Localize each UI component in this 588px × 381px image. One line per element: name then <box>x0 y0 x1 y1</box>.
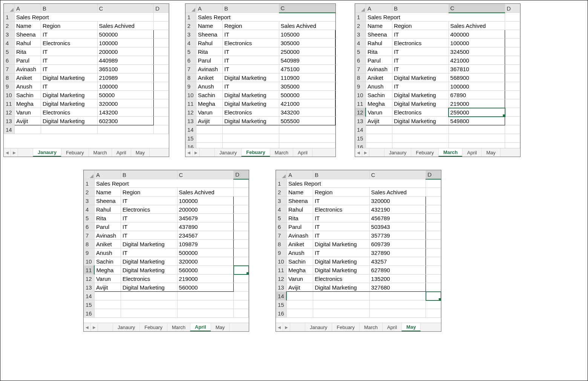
cell-A12[interactable]: Varun <box>94 274 121 283</box>
row-header-4[interactable]: 4 <box>355 39 366 47</box>
row-header-8[interactable]: 8 <box>4 73 15 82</box>
tab-nav-prev[interactable]: ◄ <box>84 323 91 331</box>
row-header-16[interactable]: 16 <box>186 143 196 148</box>
cell-C4[interactable]: 100000 <box>97 39 154 47</box>
cell-A4[interactable]: Rahul <box>196 39 222 47</box>
cell-A7[interactable]: Avinash <box>14 65 41 73</box>
cell-C12[interactable]: 135200 <box>369 274 426 283</box>
cell-D5[interactable] <box>426 214 441 223</box>
cell-C16[interactable] <box>279 143 335 148</box>
cell-C5[interactable]: 345679 <box>177 214 234 223</box>
row-header-10[interactable]: 10 <box>355 91 366 99</box>
cell-C10[interactable]: 67890 <box>449 91 505 99</box>
cell-B5[interactable]: IT <box>392 47 449 56</box>
cell-D6[interactable] <box>234 223 249 231</box>
row-header-16[interactable]: 16 <box>84 309 95 318</box>
cell-D10[interactable] <box>505 91 520 99</box>
cell-B13[interactable]: Digital Marketing <box>313 283 369 292</box>
cell-C9[interactable]: 305000 <box>279 82 335 91</box>
col-header-A[interactable]: A <box>366 4 392 13</box>
row-header-6[interactable]: 6 <box>84 223 95 231</box>
sheet-tab-febuary[interactable]: Febuary <box>241 148 270 157</box>
cell-B15[interactable] <box>222 134 279 143</box>
cell-B4[interactable]: Electronics <box>41 39 97 47</box>
cell-B7[interactable]: IT <box>313 231 369 240</box>
row-header-3[interactable]: 3 <box>4 30 15 39</box>
cell-A9[interactable]: Anush <box>94 248 121 257</box>
cell-D2[interactable] <box>234 188 249 197</box>
row-header-12[interactable]: 12 <box>186 108 196 117</box>
cell-D13[interactable] <box>154 117 169 125</box>
cell-B4[interactable]: Electronics <box>121 205 177 214</box>
cell-A6[interactable]: Parul <box>14 56 41 65</box>
row-header-11[interactable]: 11 <box>4 99 15 108</box>
cell-B10[interactable]: Digital Marketing <box>41 91 97 99</box>
sheet-tab-march[interactable]: March <box>89 148 112 157</box>
cell-A6[interactable]: Parul <box>196 56 222 65</box>
cell-D14[interactable] <box>154 125 169 134</box>
cell-A8[interactable]: Aniket <box>94 240 121 248</box>
row-header-15[interactable]: 15 <box>276 300 287 309</box>
row-header-6[interactable]: 6 <box>4 56 15 65</box>
cell-D9[interactable] <box>426 248 441 257</box>
row-header-8[interactable]: 8 <box>355 73 366 82</box>
cell-A3[interactable]: Sheena <box>286 197 313 205</box>
cell-D9[interactable] <box>234 248 249 257</box>
row-header-1[interactable]: 1 <box>186 13 196 21</box>
cell-A8[interactable]: Aniket <box>366 73 392 82</box>
cell-B10[interactable]: Digital Marketing <box>313 257 369 266</box>
cell-A11[interactable]: Megha <box>196 99 222 108</box>
cell-D13[interactable] <box>426 283 441 292</box>
cell-D11[interactable] <box>505 99 520 108</box>
cell-A13[interactable]: Avijit <box>94 283 121 292</box>
sheet-tab-janaury[interactable]: Janaury <box>384 148 411 157</box>
cell-C13[interactable]: 505500 <box>279 117 335 125</box>
sheet-tab-march[interactable]: March <box>270 148 293 157</box>
cell-C9[interactable]: 100000 <box>449 82 505 91</box>
row-header-15[interactable]: 15 <box>355 134 366 143</box>
cell-A3[interactable]: Sheena <box>366 30 392 39</box>
cell-D13[interactable] <box>505 117 520 125</box>
row-header-1[interactable]: 1 <box>4 13 15 21</box>
row-header-12[interactable]: 12 <box>276 274 287 283</box>
sheet-tab-janaury[interactable]: Janaury <box>113 323 140 331</box>
cell-A13[interactable]: Avijit <box>196 117 222 125</box>
tab-nav-next[interactable]: ► <box>11 148 18 157</box>
cell-B3[interactable]: IT <box>41 30 97 39</box>
cell-C14[interactable] <box>449 125 505 134</box>
cell-C3[interactable]: 100000 <box>177 197 234 205</box>
cell-D11[interactable] <box>234 266 249 274</box>
row-header-16[interactable]: 16 <box>276 309 287 318</box>
cell-C6[interactable]: 440989 <box>97 56 154 65</box>
cell-B12[interactable]: Electronics <box>313 274 369 283</box>
cell-D2[interactable] <box>426 188 441 197</box>
row-header-11[interactable]: 11 <box>355 99 366 108</box>
cell-D10[interactable] <box>234 257 249 266</box>
cell-D9[interactable] <box>505 82 520 91</box>
cell-C7[interactable]: 365100 <box>97 65 154 73</box>
cell-A12[interactable]: Varun <box>14 108 41 117</box>
sheet-tab-febuary[interactable]: Febuary <box>332 323 360 331</box>
row-header-4[interactable]: 4 <box>84 205 95 214</box>
cell-B16[interactable] <box>392 143 449 148</box>
cell-A5[interactable]: Rita <box>196 47 222 56</box>
cell-B16[interactable] <box>121 309 177 318</box>
cell-B11[interactable]: Digital Marketing <box>121 266 177 274</box>
col-header-C[interactable]: C <box>279 4 335 13</box>
cell-D6[interactable] <box>154 56 169 65</box>
cell-C15[interactable] <box>177 300 234 309</box>
col-header-A[interactable]: A <box>286 171 313 179</box>
cell-A12[interactable]: Varun <box>196 108 222 117</box>
cell-B12[interactable]: Electronics <box>222 108 279 117</box>
col-header-B[interactable]: B <box>313 171 369 179</box>
cell-B8[interactable]: Digital Marketing <box>121 240 177 248</box>
cell-A7[interactable]: Avinash <box>94 231 121 240</box>
cell-D7[interactable] <box>154 65 169 73</box>
cell-A6[interactable]: Parul <box>94 223 121 231</box>
row-header-2[interactable]: 2 <box>84 188 95 197</box>
col-header-C[interactable]: C <box>449 4 505 13</box>
cell-C7[interactable]: 357739 <box>369 231 426 240</box>
col-header-C[interactable]: C <box>177 171 234 179</box>
row-header-8[interactable]: 8 <box>186 73 196 82</box>
row-header-12[interactable]: 12 <box>4 108 15 117</box>
